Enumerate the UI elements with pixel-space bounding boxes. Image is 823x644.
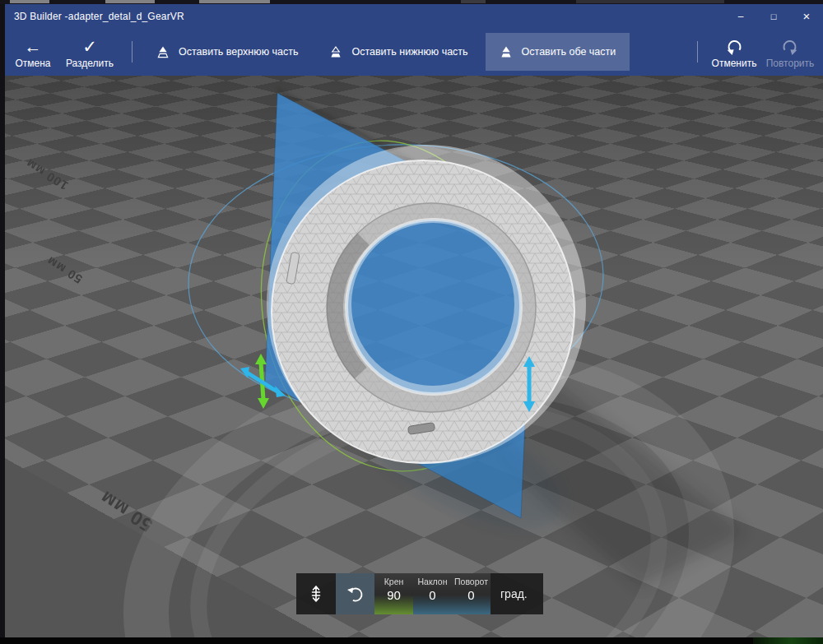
undo-icon <box>725 37 743 57</box>
maximize-button[interactable]: □ <box>757 4 790 28</box>
split-label: Разделить <box>66 58 114 69</box>
split-accept-button[interactable]: ✓ Разделить <box>58 28 122 76</box>
desktop-icon-label-fragment <box>199 0 270 3</box>
roll-label: Крен <box>384 577 404 586</box>
window-title: 3D Builder -adapter_detal_d_GearVR <box>5 11 184 22</box>
undo-label: Отменить <box>712 58 757 69</box>
roll-field[interactable]: Крен 90 <box>374 573 413 614</box>
keep-both-button[interactable]: Оставить обе части <box>486 33 630 71</box>
keep-bottom-label: Оставить нижнюю часть <box>351 46 467 58</box>
window-controls: – □ × <box>724 4 823 28</box>
desktop-icon-label-fragment <box>576 0 724 3</box>
split-toolbar: ← Отмена ✓ Разделить Оставить верхнюю ча… <box>5 28 823 76</box>
tilt-field[interactable]: Наклон 0 <box>413 573 452 614</box>
undo-button[interactable]: Отменить <box>708 28 760 76</box>
toolbar-divider <box>697 41 698 63</box>
keep-top-icon <box>156 45 170 58</box>
move-icon <box>308 585 324 603</box>
roll-value: 90 <box>387 588 401 602</box>
rotate-icon <box>346 584 365 604</box>
redo-icon <box>781 37 799 57</box>
minimize-icon: – <box>738 11 744 22</box>
desktop-icon-label-fragment <box>105 0 155 3</box>
back-arrow-icon: ← <box>25 37 42 57</box>
rotate-tool-button[interactable] <box>336 573 374 614</box>
redo-label: Повторить <box>766 58 815 69</box>
maximize-icon: □ <box>771 12 777 21</box>
keep-bottom-icon <box>329 45 342 58</box>
desktop-icon-label-fragment <box>461 0 486 3</box>
scene-overlay <box>5 76 823 637</box>
green-arrowhead-down <box>258 398 269 409</box>
close-button[interactable]: × <box>790 4 823 28</box>
close-icon: × <box>803 9 811 23</box>
desktop-wallpaper-sliver <box>753 637 823 644</box>
yaw-field[interactable]: Поворот 0 <box>452 573 491 614</box>
keep-top-label: Оставить верхнюю часть <box>179 46 298 58</box>
green-arrowhead-up <box>255 354 267 364</box>
titlebar: 3D Builder -adapter_detal_d_GearVR – □ × <box>5 4 823 28</box>
keep-bottom-button[interactable]: Оставить нижнюю часть <box>315 33 481 71</box>
keep-both-icon <box>500 45 513 58</box>
transform-panel: Крен 90 Наклон 0 Поворот 0 град. <box>296 573 543 614</box>
yaw-value: 0 <box>467 588 474 602</box>
toolbar-right-group: Отменить Повторить <box>687 28 823 76</box>
keep-top-button[interactable]: Оставить верхнюю часть <box>142 33 312 71</box>
redo-button[interactable]: Повторить <box>760 28 820 76</box>
minimize-button[interactable]: – <box>724 4 757 28</box>
screen: 3D Builder -adapter_detal_d_GearVR – □ ×… <box>0 0 823 644</box>
desktop-edge-bottom <box>0 637 823 644</box>
move-tool-button[interactable] <box>296 573 336 614</box>
tilt-value: 0 <box>429 588 435 602</box>
tilt-label: Наклон <box>417 577 447 586</box>
cancel-button[interactable]: ← Отмена <box>8 28 58 76</box>
app-window: 3D Builder -adapter_detal_d_GearVR – □ ×… <box>5 4 823 637</box>
keep-both-label: Оставить обе части <box>522 46 616 58</box>
3d-viewport[interactable]: 100 мм 50 мм 50 мм <box>5 76 823 637</box>
desktop-icon-label-fragment <box>10 0 49 3</box>
toolbar-divider <box>132 41 133 63</box>
yaw-label: Поворот <box>454 577 488 586</box>
units-label: град. <box>500 573 528 614</box>
checkmark-icon: ✓ <box>82 37 97 57</box>
cancel-label: Отмена <box>15 58 50 69</box>
